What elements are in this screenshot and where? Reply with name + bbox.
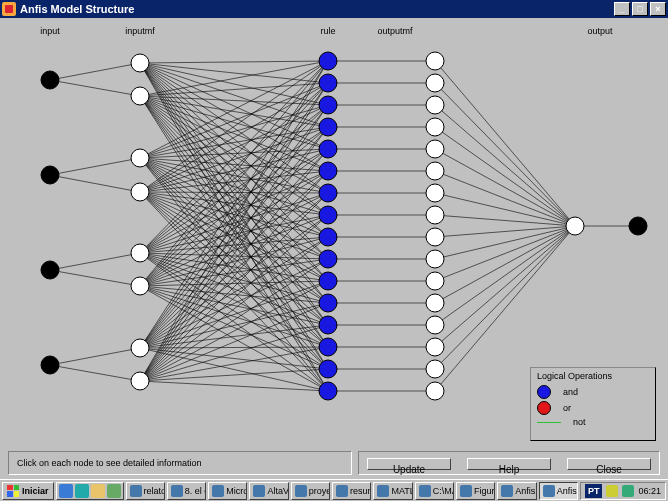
- outputmf-node-0[interactable]: [426, 52, 444, 70]
- task-icon: [253, 485, 265, 497]
- task-item[interactable]: Anfis ...: [539, 482, 578, 500]
- input-node-0[interactable]: [41, 71, 59, 89]
- update-button[interactable]: Update: [367, 458, 451, 470]
- task-icon: [130, 485, 142, 497]
- task-icon: [336, 485, 348, 497]
- task-item[interactable]: Anfis E...: [497, 482, 536, 500]
- output-node[interactable]: [629, 217, 647, 235]
- outputmf-node-12[interactable]: [426, 316, 444, 334]
- rule-node-3[interactable]: [319, 118, 337, 136]
- rule-node-12[interactable]: [319, 316, 337, 334]
- rule-node-2[interactable]: [319, 96, 337, 114]
- quicklaunch-icon-1[interactable]: [59, 484, 73, 498]
- task-item[interactable]: Figure ...: [456, 482, 495, 500]
- rule-node-9[interactable]: [319, 250, 337, 268]
- header-input: input: [40, 26, 60, 36]
- quick-launch: [56, 482, 124, 500]
- rule-node-10[interactable]: [319, 272, 337, 290]
- rule-node-7[interactable]: [319, 206, 337, 224]
- task-label: resum...: [350, 486, 371, 496]
- svg-line-166: [435, 226, 575, 369]
- svg-line-0: [50, 63, 140, 80]
- legend-label-and: and: [563, 387, 578, 397]
- header-inputmf: inputmf: [125, 26, 155, 36]
- app-icon: [2, 2, 16, 16]
- inputmf-node-7[interactable]: [131, 372, 149, 390]
- svg-line-17: [140, 63, 328, 259]
- outputmf-node-8[interactable]: [426, 228, 444, 246]
- rule-node-8[interactable]: [319, 228, 337, 246]
- svg-line-165: [435, 226, 575, 347]
- tray-icon-1[interactable]: [606, 485, 618, 497]
- task-item[interactable]: MATLAB: [373, 482, 412, 500]
- svg-line-160: [435, 226, 575, 237]
- outputmf-node-6[interactable]: [426, 184, 444, 202]
- rule-node-1[interactable]: [319, 74, 337, 92]
- close-button[interactable]: Close: [567, 458, 651, 470]
- inputmf-node-1[interactable]: [131, 87, 149, 105]
- system-tray: PT 06:21: [580, 482, 666, 500]
- outputmf-node-15[interactable]: [426, 382, 444, 400]
- inputmf-node-2[interactable]: [131, 149, 149, 167]
- task-label: Anfis ...: [557, 486, 578, 496]
- minimize-button[interactable]: _: [614, 2, 630, 16]
- svg-line-158: [435, 193, 575, 226]
- outputmf-node-10[interactable]: [426, 272, 444, 290]
- inputmf-node-4[interactable]: [131, 244, 149, 262]
- rule-node-5[interactable]: [319, 162, 337, 180]
- inputmf-node-5[interactable]: [131, 277, 149, 295]
- legend-label-not: not: [573, 417, 586, 427]
- task-item[interactable]: C:\MA...: [415, 482, 454, 500]
- task-item[interactable]: resum...: [332, 482, 371, 500]
- legend-row-or: or: [537, 401, 649, 415]
- quicklaunch-icon-3[interactable]: [91, 484, 105, 498]
- outputmf-node-11[interactable]: [426, 294, 444, 312]
- input-node-1[interactable]: [41, 166, 59, 184]
- inputmf-node-0[interactable]: [131, 54, 149, 72]
- quicklaunch-icon-2[interactable]: [75, 484, 89, 498]
- rule-node-13[interactable]: [319, 338, 337, 356]
- input-node-3[interactable]: [41, 356, 59, 374]
- help-button[interactable]: Help: [467, 458, 551, 470]
- outputmf-node-3[interactable]: [426, 118, 444, 136]
- input-node-2[interactable]: [41, 261, 59, 279]
- close-window-button[interactable]: ×: [650, 2, 666, 16]
- svg-line-106: [140, 105, 328, 348]
- task-icon: [543, 485, 555, 497]
- maximize-button[interactable]: □: [632, 2, 648, 16]
- inputmf-node-6[interactable]: [131, 339, 149, 357]
- svg-line-5: [50, 270, 140, 286]
- task-item[interactable]: proyec...: [291, 482, 330, 500]
- start-button[interactable]: Iniciar: [2, 482, 54, 500]
- rule-node-0[interactable]: [319, 52, 337, 70]
- outputmf-node-14[interactable]: [426, 360, 444, 378]
- outputmf-node-9[interactable]: [426, 250, 444, 268]
- outputmf-node-13[interactable]: [426, 338, 444, 356]
- task-item[interactable]: Micros...: [208, 482, 247, 500]
- svg-line-156: [435, 149, 575, 226]
- rule-node-15[interactable]: [319, 382, 337, 400]
- svg-line-4: [50, 253, 140, 270]
- tray-icon-2[interactable]: [622, 485, 634, 497]
- task-icon: [460, 485, 472, 497]
- legend-node-and: [537, 385, 551, 399]
- status-hint: Click on each node to see detailed infor…: [8, 451, 352, 475]
- task-item[interactable]: relator...: [126, 482, 165, 500]
- inputmf-node-3[interactable]: [131, 183, 149, 201]
- outputmf-node-4[interactable]: [426, 140, 444, 158]
- rule-node-11[interactable]: [319, 294, 337, 312]
- rule-node-6[interactable]: [319, 184, 337, 202]
- rule-node-4[interactable]: [319, 140, 337, 158]
- outputmf-node-7[interactable]: [426, 206, 444, 224]
- outputmf-node-1[interactable]: [426, 74, 444, 92]
- quicklaunch-icon-4[interactable]: [107, 484, 121, 498]
- outputmf-node-5[interactable]: [426, 162, 444, 180]
- rule-node-14[interactable]: [319, 360, 337, 378]
- task-item[interactable]: 8. el e...: [167, 482, 206, 500]
- outputmf-node-2[interactable]: [426, 96, 444, 114]
- task-item[interactable]: AltaVis...: [249, 482, 288, 500]
- language-indicator[interactable]: PT: [585, 484, 603, 498]
- aggregation-node[interactable]: [566, 217, 584, 235]
- task-label: MATLAB: [391, 486, 412, 496]
- svg-line-161: [435, 226, 575, 259]
